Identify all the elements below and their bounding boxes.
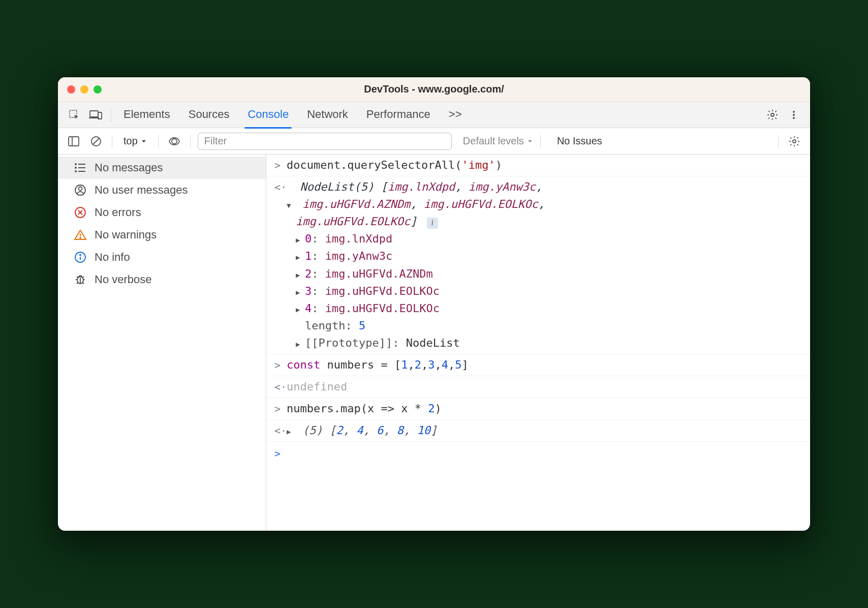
svg-line-11 (93, 138, 99, 144)
tab-performance[interactable]: Performance (364, 103, 432, 127)
console-input-row: > const numbers = [1,2,3,4,5] (266, 354, 810, 376)
sidebar-item-verbose[interactable]: No verbose (58, 268, 266, 291)
svg-line-33 (77, 282, 78, 284)
traffic-lights (58, 85, 102, 94)
close-window-button[interactable] (67, 85, 75, 94)
console-settings-icon[interactable] (786, 133, 803, 150)
tabs-overflow[interactable]: >> (447, 103, 464, 127)
more-icon[interactable] (785, 106, 803, 124)
sidebar-item-label: No info (95, 251, 130, 264)
console-input-row: > document.querySelectorAll('img') (266, 155, 810, 176)
main-tabstrip: Elements Sources Console Network Perform… (58, 102, 810, 128)
live-expression-icon[interactable] (166, 133, 183, 150)
warning-icon (73, 228, 87, 242)
output-marker: <· (274, 378, 287, 395)
svg-point-14 (75, 164, 76, 165)
input-marker: > (274, 356, 287, 373)
bug-icon (73, 272, 87, 287)
sidebar-item-warnings[interactable]: No warnings (58, 224, 266, 246)
tab-elements[interactable]: Elements (121, 103, 172, 127)
input-marker: > (274, 400, 287, 417)
svg-point-6 (793, 114, 795, 116)
prompt-marker: > (274, 445, 287, 462)
tab-console[interactable]: Console (245, 103, 291, 127)
svg-point-4 (771, 113, 774, 116)
console-prompt[interactable]: > (266, 442, 810, 465)
settings-icon[interactable] (763, 106, 782, 124)
svg-rect-8 (69, 137, 79, 146)
expand-toggle[interactable] (296, 230, 305, 248)
minimize-window-button[interactable] (80, 85, 88, 94)
toolbar-sep-2 (158, 135, 159, 148)
info-icon (73, 250, 87, 264)
console-input-row: > numbers.map(x => x * 2) (266, 398, 810, 420)
toolbar-sep-3 (190, 135, 191, 148)
tab-sources[interactable]: Sources (187, 103, 232, 127)
sidebar-item-label: No user messages (95, 184, 188, 197)
messages-sidebar: No messages No user messages No error (58, 155, 266, 531)
svg-point-12 (172, 139, 177, 144)
array-output[interactable]: (5) [2, 4, 6, 8, 10] (287, 422, 802, 439)
svg-line-31 (77, 277, 78, 278)
console-command[interactable]: const numbers = [1,2,3,4,5] (287, 356, 802, 374)
svg-point-21 (79, 187, 82, 191)
console-command[interactable]: document.querySelectorAll('img') (287, 157, 802, 174)
window-title: DevTools - www.google.com/ (58, 83, 810, 95)
console-command[interactable]: numbers.map(x => x * 2) (287, 400, 802, 417)
console-output-row: <· NodeList(5) [img.lnXdpd, img.yAnw3c, … (266, 176, 810, 354)
console-toolbar: top Default levels No Issues (58, 128, 810, 155)
levels-label: Default levels (463, 135, 524, 147)
svg-line-34 (82, 282, 84, 284)
issues-badge[interactable]: No Issues (557, 135, 602, 147)
svg-point-5 (793, 111, 795, 113)
panel-tabs: Elements Sources Console Network Perform… (121, 103, 464, 127)
device-toolbar-icon[interactable] (86, 106, 105, 124)
titlebar: DevTools - www.google.com/ (58, 77, 810, 102)
sidebar-item-user-messages[interactable]: No user messages (58, 179, 266, 201)
sidebar-item-label: No errors (95, 206, 141, 219)
console-output-row: <· undefined (266, 376, 810, 398)
svg-line-32 (82, 277, 84, 278)
sidebar-item-label: No warnings (95, 228, 157, 241)
svg-point-26 (80, 255, 81, 256)
svg-point-16 (75, 167, 76, 168)
user-icon (73, 183, 87, 197)
sidebar-item-label: No messages (95, 161, 163, 174)
levels-picker[interactable]: Default levels (463, 135, 533, 147)
sidebar-item-all-messages[interactable]: No messages (58, 157, 266, 179)
inspect-icon[interactable] (65, 106, 83, 124)
undefined-value: undefined (287, 380, 347, 393)
input-marker: > (274, 157, 287, 173)
expand-toggle[interactable] (296, 335, 305, 352)
context-label: top (123, 135, 138, 147)
clear-console-icon[interactable] (87, 133, 105, 150)
context-picker[interactable]: top (119, 133, 151, 149)
info-badge-icon[interactable]: i (427, 218, 438, 229)
maximize-window-button[interactable] (94, 85, 102, 94)
sidebar-item-errors[interactable]: No errors (58, 201, 266, 224)
tabstrip-divider (111, 108, 111, 122)
sidebar-item-info[interactable]: No info (58, 246, 266, 268)
svg-point-24 (80, 237, 81, 238)
toolbar-sep-4 (540, 135, 541, 148)
expand-toggle[interactable] (296, 300, 305, 317)
expand-toggle[interactable] (296, 283, 305, 300)
console-body: No messages No user messages No error (58, 155, 810, 531)
expand-toggle[interactable] (287, 422, 296, 439)
sidebar-item-label: No verbose (95, 273, 152, 286)
tab-network[interactable]: Network (305, 103, 350, 127)
svg-rect-1 (90, 111, 98, 117)
console-output-row: <· (5) [2, 4, 6, 8, 10] (266, 420, 810, 442)
list-icon (73, 161, 87, 175)
expand-toggle[interactable] (287, 196, 296, 213)
devtools-window: DevTools - www.google.com/ Elements Sour… (58, 77, 810, 531)
chevron-down-icon (141, 138, 147, 144)
console-log: > document.querySelectorAll('img') <· No… (266, 155, 810, 531)
expand-toggle[interactable] (296, 248, 305, 265)
output-marker: <· (274, 178, 287, 195)
expand-toggle[interactable] (296, 265, 305, 283)
toolbar-sep-5 (778, 135, 779, 148)
nodelist-output[interactable]: NodeList(5) [img.lnXdpd, img.yAnw3c, img… (287, 178, 802, 352)
toggle-sidebar-icon[interactable] (65, 133, 82, 150)
filter-input[interactable] (198, 133, 452, 150)
